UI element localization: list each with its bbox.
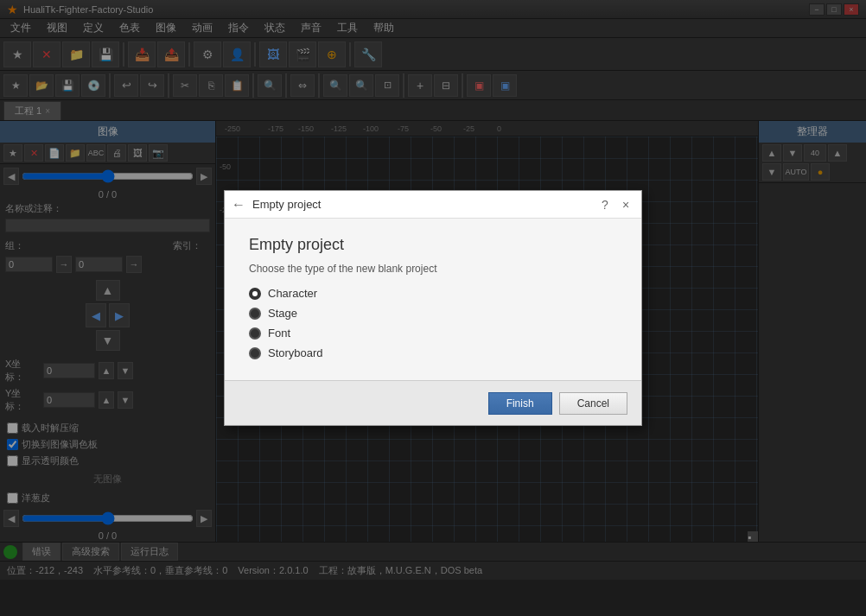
dialog-content: Empty project Choose the type of the new… (225, 219, 641, 380)
option-font[interactable]: Font (249, 327, 617, 340)
label-character: Character (268, 287, 317, 300)
option-stage[interactable]: Stage (249, 307, 617, 320)
dialog-close-btn[interactable]: × (617, 196, 634, 213)
dialog-controls: ? × (596, 196, 634, 213)
cancel-button[interactable]: Cancel (559, 392, 627, 415)
dialog-title-area: ← Empty project (232, 197, 321, 213)
dialog-titlebar: ← Empty project ? × (225, 191, 641, 219)
dialog-description: Choose the type of the new blank project (249, 263, 617, 275)
radio-storyboard[interactable] (249, 347, 261, 359)
dialog-footer: Finish Cancel (225, 380, 641, 425)
label-storyboard: Storyboard (268, 346, 323, 359)
finish-button[interactable]: Finish (488, 392, 552, 415)
dialog-title-text: Empty project (252, 198, 321, 211)
option-storyboard[interactable]: Storyboard (249, 346, 617, 359)
dialog-help-btn[interactable]: ? (596, 196, 614, 213)
dialog-heading: Empty project (249, 236, 617, 254)
radio-font[interactable] (249, 327, 261, 340)
dialog: ← Empty project ? × Empty project Choose… (224, 190, 642, 426)
option-character[interactable]: Character (249, 287, 617, 300)
back-arrow-btn[interactable]: ← (232, 197, 245, 213)
radio-stage[interactable] (249, 308, 261, 320)
label-font: Font (268, 327, 290, 340)
label-stage: Stage (268, 307, 297, 320)
modal-overlay: ← Empty project ? × Empty project Choose… (0, 0, 866, 616)
radio-character[interactable] (249, 288, 261, 300)
